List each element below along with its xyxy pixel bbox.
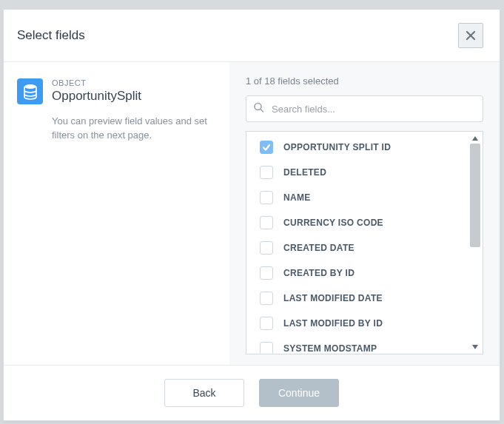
- search-container: [246, 95, 483, 122]
- field-label: OPPORTUNITY SPLIT ID: [283, 142, 391, 152]
- field-checkbox[interactable]: [260, 292, 273, 305]
- fields-list-container: OPPORTUNITY SPLIT IDDELETEDNAMECURRENCY …: [246, 131, 483, 354]
- field-label: NAME: [283, 192, 311, 203]
- scrollbar-thumb[interactable]: [470, 144, 480, 247]
- field-row[interactable]: DELETED: [246, 160, 468, 185]
- object-label: OBJECT: [52, 78, 141, 87]
- field-row[interactable]: LAST MODIFIED DATE: [246, 286, 468, 311]
- field-label: CREATED DATE: [283, 243, 355, 253]
- field-row[interactable]: CURRENCY ISO CODE: [246, 210, 468, 235]
- object-meta: OBJECT OpportunitySplit: [52, 78, 141, 104]
- field-row[interactable]: CREATED BY ID: [246, 260, 468, 286]
- scrollbar[interactable]: [469, 133, 481, 352]
- database-icon: [17, 78, 43, 104]
- scroll-down-arrow-icon[interactable]: [470, 342, 480, 352]
- field-label: CURRENCY ISO CODE: [283, 218, 383, 228]
- modal-content: OBJECT OpportunitySplit You can preview …: [4, 61, 500, 366]
- close-button[interactable]: [458, 23, 483, 48]
- svg-marker-6: [472, 345, 478, 349]
- field-checkbox[interactable]: [260, 342, 273, 354]
- field-row[interactable]: SYSTEM MODSTAMP: [246, 336, 468, 354]
- select-fields-modal: Select fields OBJECT OpportunitySplit Yo…: [3, 9, 500, 421]
- object-name: OpportunitySplit: [52, 89, 141, 104]
- svg-line-4: [261, 110, 263, 112]
- svg-point-2: [24, 84, 36, 89]
- back-button[interactable]: Back: [164, 379, 244, 407]
- field-row[interactable]: LAST MODIFIED BY ID: [246, 311, 468, 336]
- field-checkbox[interactable]: [260, 191, 273, 204]
- field-label: SYSTEM MODSTAMP: [283, 343, 377, 354]
- field-label: LAST MODIFIED DATE: [283, 293, 383, 303]
- modal-footer: Back Continue: [4, 366, 500, 420]
- scrollbar-track[interactable]: [469, 144, 481, 342]
- fields-list[interactable]: OPPORTUNITY SPLIT IDDELETEDNAMECURRENCY …: [246, 132, 468, 354]
- field-checkbox[interactable]: [260, 216, 273, 229]
- field-checkbox[interactable]: [260, 241, 273, 255]
- field-label: LAST MODIFIED BY ID: [283, 318, 383, 329]
- object-panel: OBJECT OpportunitySplit You can preview …: [4, 62, 229, 365]
- field-row[interactable]: NAME: [246, 185, 468, 210]
- continue-button[interactable]: Continue: [259, 379, 339, 407]
- selection-count: 1 of 18 fields selected: [246, 75, 483, 87]
- field-checkbox[interactable]: [260, 266, 273, 280]
- object-description: You can preview field values and set fil…: [52, 115, 215, 143]
- field-row[interactable]: OPPORTUNITY SPLIT ID: [246, 135, 468, 160]
- object-header: OBJECT OpportunitySplit: [17, 78, 215, 104]
- close-icon: [465, 30, 477, 41]
- fields-panel: 1 of 18 fields selected OPPORTUNITY SPLI…: [229, 62, 500, 365]
- modal-title: Select fields: [17, 28, 85, 43]
- field-checkbox[interactable]: [260, 166, 273, 179]
- search-icon: [253, 102, 264, 116]
- scroll-up-arrow-icon[interactable]: [470, 133, 480, 144]
- field-label: CREATED BY ID: [283, 268, 355, 278]
- svg-marker-5: [472, 136, 478, 141]
- field-checkbox[interactable]: [260, 317, 273, 330]
- field-row[interactable]: CREATED DATE: [246, 235, 468, 260]
- modal-header: Select fields: [4, 10, 500, 61]
- search-input[interactable]: [246, 95, 483, 122]
- field-label: DELETED: [283, 167, 326, 178]
- field-checkbox[interactable]: [260, 141, 273, 154]
